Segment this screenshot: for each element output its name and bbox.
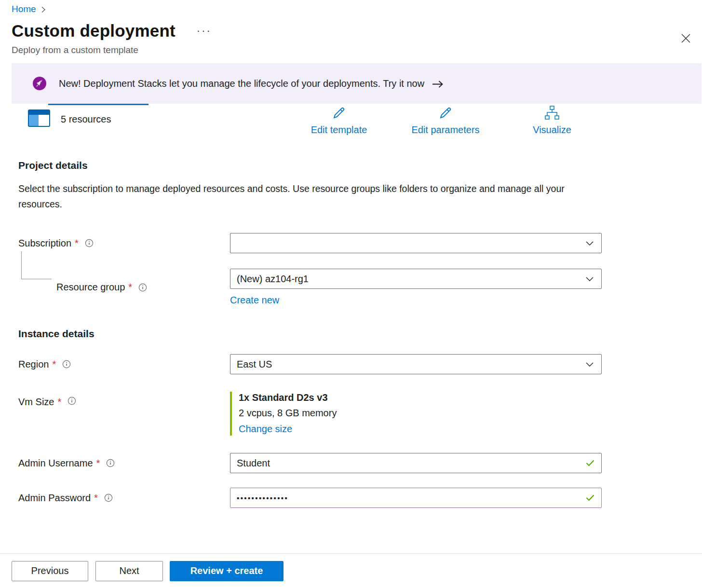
admin-username-row: Admin Username * — [18, 453, 702, 473]
region-select[interactable]: East US — [230, 354, 602, 374]
title-row: Custom deployment ··· — [12, 21, 702, 41]
admin-password-input[interactable] — [230, 488, 602, 508]
chevron-right-icon — [41, 6, 46, 13]
region-label-text: Region — [18, 359, 49, 370]
chevron-down-icon — [586, 277, 594, 281]
previous-button[interactable]: Previous — [12, 561, 88, 581]
admin-password-label: Admin Password * — [18, 488, 230, 508]
vm-size-summary: 1x Standard D2s v3 2 vcpus, 8 GB memory … — [230, 392, 602, 436]
region-value: East US — [237, 359, 272, 370]
template-summary: 5 resources Edit template Edit parameter… — [0, 104, 702, 148]
info-icon[interactable] — [62, 360, 71, 369]
admin-username-control — [230, 453, 602, 473]
admin-password-row: Admin Password * — [18, 488, 702, 508]
create-new-link[interactable]: Create new — [230, 295, 279, 306]
breadcrumb-home[interactable]: Home — [12, 4, 36, 14]
required-asterisk: * — [94, 492, 98, 504]
pencil-icon — [332, 106, 346, 122]
region-row: Region * East US — [18, 354, 702, 374]
required-asterisk: * — [96, 458, 100, 469]
template-actions: Edit template Edit parameters — [288, 106, 603, 136]
info-icon[interactable] — [106, 459, 115, 467]
edit-parameters-button[interactable]: Edit parameters — [395, 106, 496, 136]
resource-group-select[interactable]: (New) az104-rg1 — [230, 269, 602, 289]
resources-count: 5 resources — [61, 114, 111, 125]
admin-username-input[interactable] — [230, 453, 602, 473]
subscription-control — [230, 233, 602, 253]
change-size-link[interactable]: Change size — [239, 424, 292, 435]
vm-size-specs: 2 vcpus, 8 GB memory — [239, 408, 602, 419]
more-menu[interactable]: ··· — [197, 26, 212, 36]
resource-group-label-text: Resource group — [56, 282, 125, 293]
vm-size-label: Vm Size * — [18, 392, 230, 436]
page-title: Custom deployment — [12, 21, 176, 41]
banner-message: New! Deployment Stacks let you manage th… — [59, 78, 424, 89]
resource-group-control: (New) az104-rg1 Create new — [230, 269, 602, 306]
edit-template-label: Edit template — [311, 124, 367, 136]
footer-action-bar: Previous Next Review + create — [0, 553, 702, 588]
admin-username-label-text: Admin Username — [18, 458, 93, 469]
custom-deployment-page: Home Custom deployment ··· Deploy from a… — [0, 0, 702, 588]
required-asterisk: * — [128, 282, 132, 293]
region-control: East US — [230, 354, 602, 374]
required-asterisk: * — [75, 238, 79, 249]
cropped-link-underline — [48, 104, 148, 105]
chevron-down-icon — [586, 241, 594, 246]
subscription-label: Subscription * — [18, 233, 230, 253]
subscription-label-text: Subscription — [18, 238, 71, 249]
rocket-icon — [33, 77, 46, 90]
visualize-label: Visualize — [533, 124, 571, 136]
deployment-form: Subscription * Resource group * — [18, 233, 702, 508]
subscription-row: Subscription * — [18, 233, 702, 253]
required-asterisk: * — [52, 359, 56, 370]
resource-group-row: Resource group * (New) az104-rg1 Create … — [18, 269, 702, 306]
tree-connector — [21, 251, 52, 279]
page-subtitle: Deploy from a custom template — [12, 45, 702, 55]
chevron-down-icon — [586, 362, 594, 367]
close-icon[interactable] — [678, 31, 693, 47]
vm-size-row: Vm Size * 1x Standard D2s v3 2 vcpus, 8 … — [18, 392, 702, 436]
vm-size-control: 1x Standard D2s v3 2 vcpus, 8 GB memory … — [230, 392, 602, 436]
required-asterisk: * — [57, 397, 61, 408]
instance-details-heading: Instance details — [18, 328, 702, 340]
resource-group-value: (New) az104-rg1 — [237, 273, 309, 285]
admin-password-label-text: Admin Password — [18, 492, 91, 504]
edit-template-button[interactable]: Edit template — [288, 106, 390, 136]
info-icon[interactable] — [104, 493, 113, 502]
region-label: Region * — [18, 354, 230, 374]
breadcrumb: Home — [0, 0, 702, 14]
subscription-select[interactable] — [230, 233, 602, 253]
review-create-button[interactable]: Review + create — [170, 561, 284, 581]
visualize-button[interactable]: Visualize — [501, 106, 603, 136]
resource-group-label: Resource group * — [18, 269, 230, 306]
admin-password-control — [230, 488, 602, 508]
info-icon[interactable] — [68, 397, 76, 405]
template-resources: 5 resources — [28, 109, 111, 129]
vm-size-label-text: Vm Size — [18, 397, 54, 408]
valid-check-icon — [586, 494, 594, 501]
info-icon[interactable] — [85, 239, 94, 247]
vm-size-selection: 1x Standard D2s v3 — [239, 392, 602, 403]
admin-username-label: Admin Username * — [18, 453, 230, 473]
template-icon — [28, 109, 50, 129]
pencil-icon — [438, 106, 453, 122]
diagram-icon — [544, 106, 560, 122]
project-details-description: Select the subscription to manage deploy… — [18, 181, 573, 212]
next-button[interactable]: Next — [95, 561, 163, 581]
arrow-right-icon — [432, 80, 444, 88]
valid-check-icon — [586, 460, 594, 466]
project-details-heading: Project details — [18, 160, 702, 171]
edit-parameters-label: Edit parameters — [411, 124, 479, 136]
info-icon[interactable] — [138, 283, 147, 292]
deployment-stacks-banner[interactable]: New! Deployment Stacks let you manage th… — [12, 63, 702, 104]
